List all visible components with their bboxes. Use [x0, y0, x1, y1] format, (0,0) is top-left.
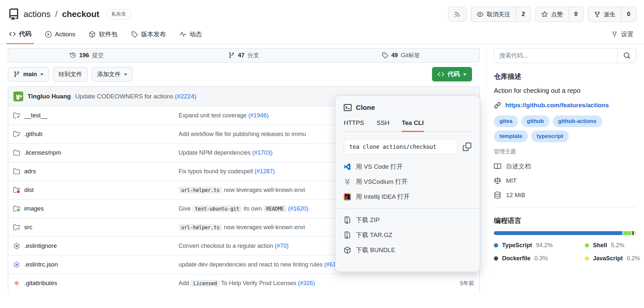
file-name-cell: .eslintignore: [13, 242, 179, 249]
topic-gitea[interactable]: gitea: [494, 115, 518, 127]
stat-branches[interactable]: 47分支: [165, 51, 322, 59]
goto-file-button[interactable]: 转到文件: [53, 67, 88, 81]
meta-size: 12 MiB: [494, 188, 636, 202]
clone-menu-item[interactable]: 下载 TAR.GZ: [344, 228, 471, 243]
zip-icon: [344, 216, 351, 224]
rss-button[interactable]: [448, 7, 466, 22]
zip-icon: [344, 231, 351, 239]
file-name-link[interactable]: __test__: [24, 112, 47, 119]
eye-icon: [477, 11, 483, 18]
repo-tabs: 代码Actions软件包版本发布动态: [7, 26, 213, 44]
topic-template[interactable]: template: [494, 130, 528, 142]
stat-commits[interactable]: 196提交: [8, 51, 165, 59]
repo-icon: [8, 9, 20, 20]
commit-author-link[interactable]: Tingluo Huang: [27, 93, 71, 100]
file-name-link[interactable]: .gitattributes: [24, 280, 57, 287]
issue-link[interactable]: (#326): [298, 280, 315, 286]
manage-topics-link[interactable]: 管理主题: [494, 148, 516, 155]
stars-count[interactable]: 0: [568, 7, 583, 22]
database-icon: [494, 192, 501, 199]
meta-license[interactable]: MIT: [494, 174, 636, 188]
meta-readme[interactable]: 自述文档: [494, 159, 636, 174]
add-file-button[interactable]: 添加文件: [92, 67, 133, 81]
stat-tags[interactable]: 49Git标签: [322, 51, 479, 59]
clone-menu-item[interactable]: 下载 ZIP: [344, 213, 471, 228]
repo-description: Action for checking out a repo: [494, 87, 636, 94]
clone-tab-tea[interactable]: Tea CLI: [402, 119, 424, 132]
commit-issue-link[interactable]: (#2224): [175, 93, 197, 100]
file-name-cell: images: [13, 205, 179, 212]
branch-selector[interactable]: main: [8, 67, 49, 81]
tab-activity[interactable]: 动态: [177, 26, 204, 44]
file-type-icon: [13, 168, 20, 175]
file-name-link[interactable]: dist: [24, 186, 34, 194]
file-name-link[interactable]: src: [24, 224, 32, 231]
tab-settings[interactable]: 设置: [609, 26, 636, 44]
unwatch-button[interactable]: 取消关注: [471, 7, 516, 22]
tab-releases[interactable]: 版本发布: [129, 26, 168, 44]
copy-icon: [463, 143, 471, 151]
lang-legend-item: JavaScript0.2%: [585, 253, 640, 263]
repo-tabbar: 代码Actions软件包版本发布动态 设置: [0, 26, 644, 44]
issue-link[interactable]: (#70): [275, 243, 288, 249]
lang-segment: [623, 231, 632, 235]
tab-code[interactable]: 代码: [7, 26, 34, 44]
code-download-button[interactable]: 代码: [432, 67, 472, 81]
clone-menu-item[interactable]: IJ用 Intellij IDEA 打开: [344, 189, 471, 204]
file-name-link[interactable]: images: [24, 205, 44, 212]
file-name-cell: .github: [13, 130, 179, 138]
clone-command-input[interactable]: [344, 139, 458, 155]
website-link[interactable]: https://github.com/features/actions: [505, 102, 609, 109]
search-input[interactable]: [494, 48, 618, 63]
search-button[interactable]: [618, 48, 636, 63]
watchers-count[interactable]: 2: [516, 7, 531, 22]
topic-typescript[interactable]: typescript: [531, 130, 569, 142]
fork-icon: [594, 11, 600, 18]
issue-link[interactable]: (#1620): [288, 205, 308, 212]
watch-button-group: 取消关注 2: [471, 7, 531, 22]
fork-label: 派生: [604, 10, 616, 18]
file-name-cell: src: [13, 224, 179, 231]
topic-github[interactable]: github: [521, 115, 549, 127]
file-name-link[interactable]: adrs: [24, 168, 36, 175]
file-name-link[interactable]: .licenses/npm: [24, 149, 61, 156]
copy-button[interactable]: [463, 143, 471, 151]
clone-menu-item[interactable]: 下载 BUNDLE: [344, 243, 471, 258]
issue-link[interactable]: (#1946): [248, 112, 269, 119]
issue-link[interactable]: (#1287): [254, 168, 275, 175]
file-name-cell: dist: [13, 186, 179, 194]
file-name-cell: .licenses/npm: [13, 149, 179, 156]
avatar[interactable]: [13, 92, 23, 101]
topic-github-actions[interactable]: github-actions: [553, 115, 602, 127]
file-name-link[interactable]: .eslintrc.json: [24, 261, 58, 268]
tab-label: 动态: [189, 30, 202, 39]
tab-packages[interactable]: 软件包: [86, 26, 120, 44]
clone-menu-item[interactable]: 用 VSCodium 打开: [344, 174, 471, 189]
issue-link[interactable]: (#1703): [252, 149, 272, 156]
file-name-link[interactable]: .eslintignore: [24, 242, 57, 249]
file-type-icon: [13, 112, 20, 119]
tab-actions[interactable]: Actions: [43, 26, 78, 44]
star-button-group: 点赞 0: [535, 7, 583, 22]
repo-action-buttons: 取消关注 2 点赞 0 派生 0: [448, 7, 636, 22]
clone-menu-item[interactable]: 用 VS Code 打开: [344, 159, 471, 174]
star-button[interactable]: 点赞: [536, 7, 568, 22]
search-icon: [623, 52, 631, 59]
vscode-icon: [344, 163, 351, 170]
repo-name-link[interactable]: checkout: [62, 9, 99, 19]
repo-owner-link[interactable]: actions: [24, 9, 50, 19]
clone-tab-https[interactable]: HTTPS: [344, 119, 364, 131]
fork-button[interactable]: 派生: [588, 7, 621, 22]
settings-label: 设置: [621, 30, 634, 39]
file-commit-time: 5年前: [438, 280, 474, 287]
lang-segment: [494, 231, 622, 235]
forks-count[interactable]: 0: [621, 7, 636, 22]
repo-header: actions / checkout 私有库 取消关注 2 点赞 0 派生 0: [0, 0, 644, 22]
clone-tab-ssh[interactable]: SSH: [376, 119, 389, 131]
file-name-link[interactable]: .github: [24, 130, 43, 138]
code-icon: [438, 71, 444, 77]
code-search: [494, 48, 636, 63]
file-name-cell: __test__: [13, 112, 179, 119]
file-toolbar: main 转到文件 添加文件 代码: [8, 67, 480, 81]
open-in-editor-list: 用 VS Code 打开用 VSCodium 打开IJ用 Intellij ID…: [344, 159, 471, 204]
